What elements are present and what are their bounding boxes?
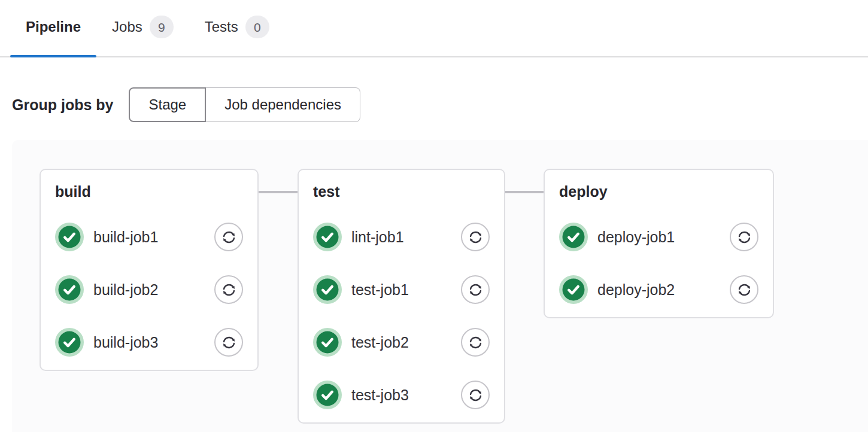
status-success-icon <box>313 381 342 409</box>
tab-label: Pipeline <box>26 18 81 36</box>
group-by-stage-button[interactable]: Stage <box>129 87 206 122</box>
job-row: test-job1 <box>313 275 490 304</box>
job-name-link[interactable]: deploy-job1 <box>597 229 675 246</box>
stage-title: deploy <box>559 182 758 201</box>
retry-icon <box>736 282 752 298</box>
job-name-link[interactable]: deploy-job2 <box>597 281 675 299</box>
job-row: test-job3 <box>313 381 490 409</box>
retry-icon <box>468 282 484 298</box>
tab-count-badge: 9 <box>150 16 174 38</box>
status-success-icon <box>559 275 588 304</box>
pipeline-graph-panel: build build-job1 <box>12 140 868 432</box>
job-row: deploy-job1 <box>559 223 758 251</box>
tab-tests[interactable]: Tests 0 <box>189 0 285 56</box>
retry-icon <box>736 229 752 245</box>
stage-connector-line <box>505 191 544 193</box>
job-row: deploy-job2 <box>559 275 758 304</box>
retry-icon <box>221 334 237 351</box>
tab-label: Jobs <box>112 18 142 36</box>
status-success-icon <box>559 223 588 251</box>
job-name-link[interactable]: test-job1 <box>351 281 409 299</box>
retry-job-button[interactable] <box>214 275 243 304</box>
retry-job-button[interactable] <box>461 275 490 304</box>
stage-card-deploy: deploy deploy-job1 <box>544 169 774 318</box>
tab-pipeline[interactable]: Pipeline <box>10 0 96 56</box>
stage-card-build: build build-job1 <box>40 169 259 371</box>
status-success-icon <box>313 275 342 304</box>
job-name-link[interactable]: build-job1 <box>93 229 158 246</box>
job-name-link[interactable]: lint-job1 <box>351 229 404 246</box>
group-by-job-dependencies-button[interactable]: Job dependencies <box>206 87 360 122</box>
retry-job-button[interactable] <box>214 223 243 251</box>
retry-job-button[interactable] <box>461 328 490 357</box>
retry-icon <box>221 229 237 245</box>
retry-icon <box>221 282 237 298</box>
status-success-icon <box>55 223 84 251</box>
stage-title: test <box>313 182 490 201</box>
retry-job-button[interactable] <box>461 381 490 409</box>
stage-title: build <box>55 182 243 201</box>
status-success-icon <box>55 275 84 304</box>
group-jobs-by-controls: Group jobs by Stage Job dependencies <box>12 87 868 122</box>
tab-count-badge: 0 <box>245 16 269 38</box>
stage-connector-line <box>259 191 298 193</box>
job-row: build-job3 <box>55 328 243 357</box>
job-row: build-job1 <box>55 223 243 251</box>
pipeline-tabs: Pipeline Jobs 9 Tests 0 <box>0 0 868 57</box>
retry-job-button[interactable] <box>214 328 243 357</box>
job-row: build-job2 <box>55 275 243 304</box>
job-name-link[interactable]: build-job3 <box>93 334 158 351</box>
pipeline-page: { "tabs": [ { "id": "pipeline", "label":… <box>0 0 868 432</box>
stage-card-test: test lint-job1 <box>298 169 505 424</box>
job-name-link[interactable]: test-job3 <box>351 387 409 404</box>
retry-job-button[interactable] <box>730 275 758 304</box>
retry-job-button[interactable] <box>730 223 758 251</box>
group-jobs-by-label: Group jobs by <box>12 96 113 114</box>
status-success-icon <box>313 223 342 251</box>
job-name-link[interactable]: build-job2 <box>93 281 158 299</box>
retry-job-button[interactable] <box>461 223 490 251</box>
retry-icon <box>468 229 484 245</box>
job-name-link[interactable]: test-job2 <box>351 334 409 351</box>
job-row: lint-job1 <box>313 223 490 251</box>
status-success-icon <box>55 328 84 357</box>
retry-icon <box>468 334 484 351</box>
tab-label: Tests <box>205 18 238 36</box>
tab-jobs[interactable]: Jobs 9 <box>96 0 189 56</box>
job-row: test-job2 <box>313 328 490 357</box>
group-jobs-by-segmented-control: Stage Job dependencies <box>129 87 360 122</box>
status-success-icon <box>313 328 342 357</box>
retry-icon <box>468 387 484 403</box>
